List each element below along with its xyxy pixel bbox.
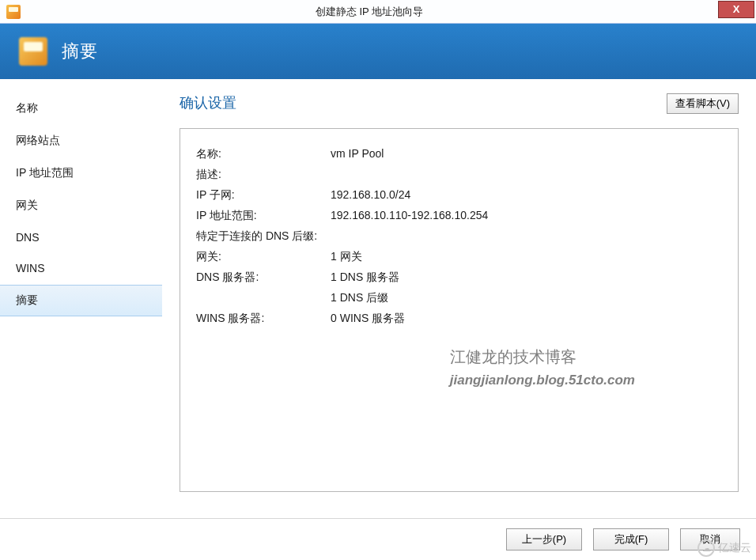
summary-row: WINS 服务器:0 WINS 服务器 — [196, 308, 722, 328]
summary-label: 名称: — [196, 143, 331, 164]
sidebar-item-dns[interactable]: DNS — [0, 223, 162, 252]
summary-value: 1 DNS 服务器 — [331, 267, 722, 287]
main-area: 名称 网络站点 IP 地址范围 网关 DNS WINS 摘要 确认设置 查看脚本… — [0, 79, 756, 518]
sidebar-item-gateway[interactable]: 网关 — [0, 191, 162, 221]
watermark-line2: jiangjianlong.blog.51cto.com — [450, 373, 635, 388]
summary-label: IP 子网: — [196, 184, 331, 205]
content-heading: 确认设置 — [180, 93, 739, 112]
settings-summary-box: 名称:vm IP Pool 描述: IP 子网:192.168.10.0/24 … — [180, 128, 739, 492]
summary-row: 网关:1 网关 — [196, 246, 722, 267]
summary-label: WINS 服务器: — [196, 308, 331, 328]
banner-title: 摘要 — [62, 40, 98, 63]
summary-value: vm IP Pool — [331, 143, 722, 164]
content-area: 确认设置 查看脚本(V) 名称:vm IP Pool 描述: IP 子网:192… — [162, 79, 756, 518]
finish-button[interactable]: 完成(F) — [593, 528, 669, 551]
summary-row: IP 子网:192.168.10.0/24 — [196, 184, 722, 205]
wizard-banner: 摘要 — [0, 24, 756, 79]
summary-row: 特定于连接的 DNS 后缀: — [196, 225, 722, 246]
summary-value: 1 DNS 后缀 — [331, 287, 722, 308]
summary-label: 描述: — [196, 164, 331, 184]
close-button[interactable]: X — [718, 1, 754, 18]
window-title: 创建静态 IP 地址池向导 — [21, 5, 718, 19]
summary-label: 网关: — [196, 246, 331, 267]
summary-label: DNS 服务器: — [196, 267, 331, 287]
corner-brand-text: 亿速云 — [718, 541, 751, 555]
previous-button[interactable]: 上一步(P) — [506, 528, 582, 551]
title-bar: 创建静态 IP 地址池向导 X — [0, 0, 756, 24]
summary-row: IP 地址范围:192.168.10.110-192.168.10.254 — [196, 205, 722, 225]
sidebar-item-network-site[interactable]: 网络站点 — [0, 126, 162, 157]
summary-value: 1 网关 — [331, 246, 722, 267]
summary-row: 名称:vm IP Pool — [196, 143, 722, 164]
summary-value: 192.168.10.0/24 — [331, 184, 722, 205]
summary-label: 特定于连接的 DNS 后缀: — [196, 225, 331, 246]
watermark-line1: 江健龙的技术博客 — [450, 346, 635, 368]
summary-value — [331, 225, 722, 246]
summary-value — [331, 164, 722, 184]
wizard-footer: 上一步(P) 完成(F) 取消 — [0, 518, 756, 559]
summary-value: 192.168.10.110-192.168.10.254 — [331, 205, 722, 225]
wizard-icon — [19, 37, 47, 66]
watermark: 江健龙的技术博客 jiangjianlong.blog.51cto.com — [450, 346, 635, 388]
sidebar-item-name[interactable]: 名称 — [0, 93, 162, 124]
view-script-button[interactable]: 查看脚本(V) — [667, 93, 739, 114]
summary-row: 1 DNS 后缀 — [196, 287, 722, 308]
summary-label: IP 地址范围: — [196, 205, 331, 225]
wizard-sidebar: 名称 网络站点 IP 地址范围 网关 DNS WINS 摘要 — [0, 79, 162, 518]
app-icon — [6, 5, 21, 19]
cloud-icon: ☁ — [697, 539, 715, 557]
summary-label — [196, 287, 331, 308]
sidebar-item-wins[interactable]: WINS — [0, 254, 162, 283]
sidebar-item-ip-range[interactable]: IP 地址范围 — [0, 158, 162, 189]
sidebar-item-summary[interactable]: 摘要 — [0, 285, 162, 316]
corner-brand: ☁ 亿速云 — [697, 539, 751, 557]
summary-value: 0 WINS 服务器 — [331, 308, 722, 328]
summary-row: 描述: — [196, 164, 722, 184]
summary-row: DNS 服务器:1 DNS 服务器 — [196, 267, 722, 287]
